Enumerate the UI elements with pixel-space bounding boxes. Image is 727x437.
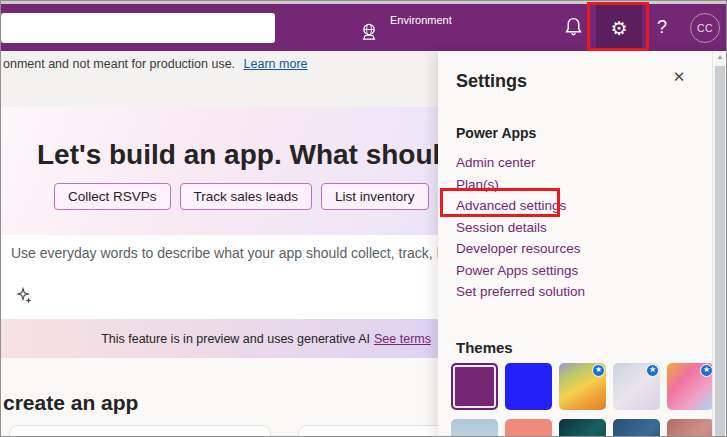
top-bar: Environment ⚙ ? CC <box>1 4 726 51</box>
bell-icon <box>563 25 584 40</box>
star-badge-icon: ★ <box>646 364 659 377</box>
create-option-card[interactable] <box>298 425 448 437</box>
star-badge-icon: ★ <box>592 364 605 377</box>
help-button[interactable]: ? <box>652 13 672 41</box>
settings-link-session-details[interactable]: Session details <box>456 217 585 239</box>
suggestion-chip[interactable]: Track sales leads <box>180 183 313 210</box>
create-option-card[interactable] <box>9 425 271 437</box>
see-terms-link[interactable]: See terms <box>374 332 431 346</box>
panel-scrollbar[interactable]: ▲ <box>712 51 727 437</box>
ai-preview-banner: This feature is in preview and uses gene… <box>1 319 438 358</box>
theme-tiles-row-2 <box>451 419 714 437</box>
environment-notice-banner: onment and not meant for production use.… <box>1 51 438 107</box>
settings-link-advanced-settings[interactable]: Advanced settings <box>456 195 585 217</box>
theme-tile-blue-theme[interactable] <box>505 363 552 410</box>
theme-tile-circuit-theme[interactable] <box>559 419 606 437</box>
theme-tile-innovation-theme[interactable] <box>613 419 660 437</box>
settings-link-developer-resources[interactable]: Developer resources <box>456 238 585 260</box>
scrollbar-thumb[interactable] <box>715 66 725 437</box>
search-input[interactable] <box>1 13 275 43</box>
environment-globe-icon <box>359 22 379 46</box>
settings-panel-title: Settings <box>456 71 527 92</box>
learn-more-link[interactable]: Learn more <box>244 57 308 71</box>
themes-section-title: Themes <box>456 339 513 356</box>
scrollbar-up-arrow-icon[interactable]: ▲ <box>713 53 727 60</box>
gear-icon: ⚙ <box>610 17 627 39</box>
settings-links-list: Admin centerPlan(s)Advanced settingsSess… <box>456 152 585 303</box>
theme-tile-unicorn-theme[interactable]: ★ <box>667 363 714 410</box>
ai-preview-text: This feature is in preview and uses gene… <box>101 332 370 346</box>
settings-gear-button[interactable]: ⚙ <box>596 4 642 51</box>
power-apps-section-title: Power Apps <box>456 125 536 141</box>
app-window: Environment ⚙ ? CC onment and not meant … <box>0 0 727 437</box>
prompt-placeholder: Use everyday words to describe what your… <box>11 245 490 261</box>
close-icon[interactable]: ✕ <box>668 66 690 88</box>
hero-heading: Let's build an app. What shoul <box>37 139 438 171</box>
notifications-button[interactable] <box>561 16 585 40</box>
theme-tile-coral-theme[interactable] <box>505 419 552 437</box>
suggestion-chip[interactable]: Collect RSVPs <box>54 183 171 210</box>
settings-link-admin-center[interactable]: Admin center <box>456 152 585 174</box>
theme-tile-ember-theme[interactable] <box>667 419 714 437</box>
theme-tile-purple-theme[interactable] <box>451 363 498 410</box>
settings-panel: Settings ✕ Power Apps Admin centerPlan(s… <box>438 51 727 437</box>
hero-section: Let's build an app. What shoul Collect R… <box>1 107 438 235</box>
theme-tile-pastel-theme[interactable]: ★ <box>613 363 660 410</box>
create-app-heading: create an app <box>3 391 138 415</box>
environment-label: Environment <box>390 14 452 26</box>
account-avatar[interactable]: CC <box>690 13 720 43</box>
settings-link-plan-s-[interactable]: Plan(s) <box>456 174 585 196</box>
theme-tile-sunset-theme[interactable]: ★ <box>559 363 606 410</box>
notice-text: onment and not meant for production use. <box>3 57 235 71</box>
suggestion-chips: Collect RSVPsTrack sales leadsList inven… <box>54 183 438 210</box>
theme-tiles-row-1: ★★★ <box>451 363 714 410</box>
suggestion-chip[interactable]: List inventory <box>321 183 429 210</box>
app-description-input[interactable]: Use everyday words to describe what your… <box>1 235 438 319</box>
theme-tile-sky-theme[interactable] <box>451 419 498 437</box>
copilot-sparkle-icon[interactable] <box>16 287 34 308</box>
settings-link-set-preferred-solution[interactable]: Set preferred solution <box>456 281 585 303</box>
settings-link-power-apps-settings[interactable]: Power Apps settings <box>456 260 585 282</box>
